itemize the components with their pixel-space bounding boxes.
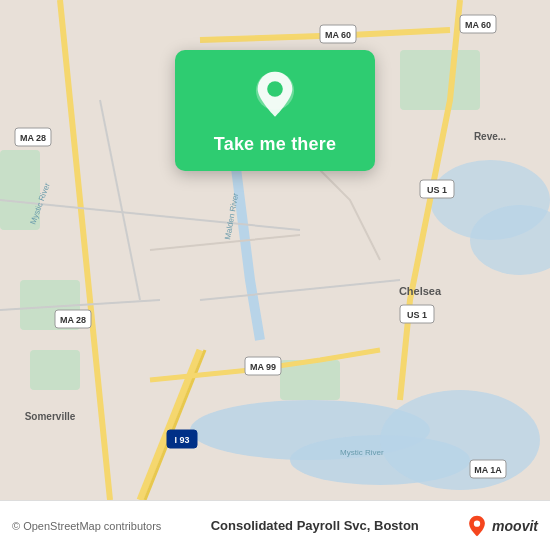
location-pin-icon	[249, 70, 301, 122]
svg-rect-7	[30, 350, 80, 390]
svg-rect-8	[400, 50, 480, 110]
svg-text:Reve...: Reve...	[474, 131, 506, 142]
svg-point-38	[474, 520, 480, 526]
svg-text:I 93: I 93	[174, 435, 189, 445]
svg-text:US 1: US 1	[427, 185, 447, 195]
svg-text:MA 60: MA 60	[325, 30, 351, 40]
svg-text:MA 28: MA 28	[60, 315, 86, 325]
moovit-brand-icon	[466, 515, 488, 537]
svg-text:Mystic River: Mystic River	[340, 448, 384, 457]
svg-text:Somerville: Somerville	[25, 411, 76, 422]
svg-text:US 1: US 1	[407, 310, 427, 320]
action-card: Take me there	[175, 50, 375, 171]
place-name: Consolidated Payroll Svc, Boston	[163, 518, 466, 533]
svg-text:MA 28: MA 28	[20, 133, 46, 143]
copyright-text: © OpenStreetMap contributors	[12, 520, 163, 532]
map-container: MA 28 MA 28 MA 60 MA 60 US 1 US 1 MA 99 …	[0, 0, 550, 500]
svg-point-37	[267, 81, 283, 97]
svg-point-5	[380, 390, 540, 490]
svg-text:Chelsea: Chelsea	[399, 285, 442, 297]
take-me-there-button[interactable]: Take me there	[214, 134, 336, 155]
svg-text:MA 60: MA 60	[465, 20, 491, 30]
svg-text:MA 99: MA 99	[250, 362, 276, 372]
moovit-brand-text: moovit	[492, 518, 538, 534]
footer-bar: © OpenStreetMap contributors Consolidate…	[0, 500, 550, 550]
moovit-logo: moovit	[466, 515, 538, 537]
svg-text:MA 1A: MA 1A	[474, 465, 502, 475]
